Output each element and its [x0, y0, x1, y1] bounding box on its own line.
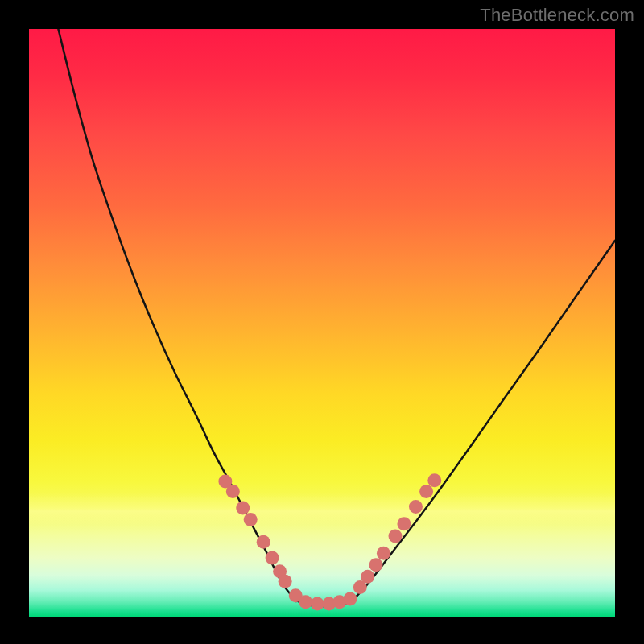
data-marker: [299, 595, 312, 609]
data-marker: [397, 517, 411, 530]
watermark-label: TheBottleneck.com: [480, 5, 634, 26]
data-marker: [369, 558, 382, 572]
bottleneck-curve: [58, 29, 615, 606]
curve-path: [58, 29, 615, 606]
data-marker: [236, 501, 250, 514]
data-marker: [226, 485, 240, 498]
data-marker: [409, 500, 423, 514]
data-marker: [279, 575, 292, 588]
curve-layer: [29, 29, 615, 639]
plot-area: [29, 29, 615, 639]
data-marker: [419, 485, 433, 498]
data-marker: [343, 592, 357, 606]
chart-frame: TheBottleneck.com: [0, 0, 644, 644]
data-marker: [377, 547, 390, 560]
data-marker: [244, 513, 258, 526]
data-marker: [257, 535, 270, 549]
data-marker: [427, 473, 441, 487]
data-markers: [218, 473, 441, 610]
data-marker: [361, 570, 374, 584]
data-marker: [266, 551, 279, 565]
data-marker: [311, 597, 324, 610]
data-marker: [389, 529, 402, 543]
